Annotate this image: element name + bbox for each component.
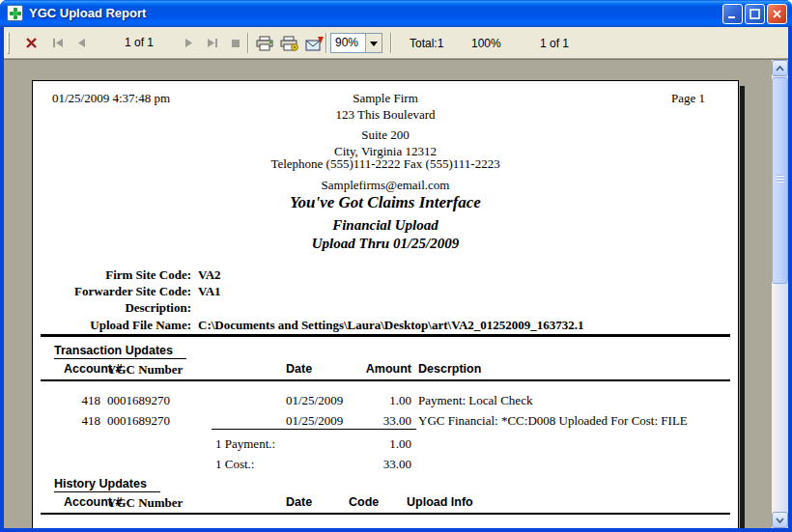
first-page-button[interactable] bbox=[46, 32, 70, 54]
toolbar-grip[interactable] bbox=[7, 32, 10, 54]
stop-icon bbox=[231, 39, 240, 48]
transaction-row-description: YGC Financial: *CC:D008 Uploaded For Cos… bbox=[418, 413, 688, 429]
history-header-date: Date bbox=[286, 495, 312, 509]
description-label: Description: bbox=[33, 300, 191, 316]
last-page-button[interactable] bbox=[201, 32, 224, 54]
forwarder-site-code-label: Forwarder Site Code: bbox=[33, 284, 191, 299]
transactions-summary-rule bbox=[212, 429, 416, 430]
upload-file-label: Upload File Name: bbox=[33, 318, 191, 333]
transactions-header-description: Descrption bbox=[418, 362, 481, 376]
transaction-row-ygc: 0001689270 bbox=[107, 393, 170, 408]
toolbar: 1 of 1 bbox=[4, 27, 788, 59]
report-subtitle: Financial Upload bbox=[33, 217, 738, 234]
summary-cost-label: 1 Cost.: bbox=[215, 457, 254, 472]
transactions-header-amount: Amount bbox=[313, 362, 411, 376]
report-window: YGC Upload Report 1 of 1 bbox=[0, 0, 792, 532]
total-pages-status: Total:1 bbox=[410, 37, 443, 50]
page-status: 1 of 1 bbox=[540, 37, 569, 50]
scroll-up-button[interactable] bbox=[772, 60, 788, 76]
transaction-row-ygc: 0001689270 bbox=[107, 413, 170, 429]
report-title: You've Got Claims Interface bbox=[33, 193, 738, 212]
firm-site-code-label: Firm Site Code: bbox=[33, 267, 191, 283]
window-title: YGC Upload Report bbox=[29, 0, 146, 27]
minimize-button[interactable] bbox=[722, 4, 743, 24]
summary-cost-value: 33.00 bbox=[313, 457, 411, 472]
printer-settings-icon bbox=[280, 36, 299, 51]
summary-payment-label: 1 Payment.: bbox=[215, 436, 275, 452]
firm-email: Samplefirms@email.com bbox=[33, 178, 738, 193]
scrollbar-grip bbox=[777, 175, 784, 183]
transaction-row-amount: 1.00 bbox=[313, 393, 411, 408]
last-page-icon bbox=[207, 38, 218, 48]
next-page-icon bbox=[184, 38, 195, 48]
print-button[interactable] bbox=[253, 32, 276, 54]
previous-page-icon bbox=[75, 38, 87, 48]
close-button[interactable] bbox=[767, 4, 787, 24]
next-page-button[interactable] bbox=[178, 32, 201, 54]
report-viewport: 01/25/2009 4:37:48 pm Page 1 Sample Firm… bbox=[4, 59, 788, 528]
stop-button[interactable] bbox=[224, 32, 247, 54]
red-x-icon bbox=[25, 37, 38, 49]
transactions-header-ygc: YGC Number bbox=[107, 362, 183, 378]
scroll-down-button[interactable] bbox=[772, 512, 788, 528]
transactions-section-title: Transaction Updates bbox=[54, 344, 186, 357]
maximize-button[interactable] bbox=[745, 4, 765, 24]
history-header-code: Code bbox=[349, 495, 379, 509]
history-row-info: Collection 1.00 bbox=[413, 526, 491, 528]
history-row-ygc: 0001689270 bbox=[107, 526, 170, 528]
transaction-row-description: Payment: Local Check bbox=[418, 393, 532, 408]
printer-icon bbox=[255, 36, 274, 51]
transactions-header-date: Date bbox=[286, 362, 312, 376]
scrollbar-thumb[interactable] bbox=[772, 77, 788, 284]
zoom-value: 90% bbox=[335, 36, 358, 49]
maximize-icon bbox=[750, 9, 760, 19]
zoom-combobox[interactable]: 90% bbox=[330, 33, 382, 53]
history-header-info: Upload Info bbox=[407, 495, 473, 509]
transaction-row-account: 418 bbox=[62, 393, 100, 408]
minimize-icon bbox=[727, 9, 738, 19]
zoom-status: 100% bbox=[471, 37, 501, 50]
previous-page-button[interactable] bbox=[70, 32, 93, 54]
chevron-down-icon bbox=[776, 518, 784, 523]
chevron-up-icon bbox=[776, 66, 784, 71]
toolbar-separator bbox=[247, 33, 249, 53]
summary-payment-value: 1.00 bbox=[313, 436, 411, 452]
history-row-code: *CC:A020 bbox=[349, 526, 403, 528]
toolbar-separator bbox=[325, 33, 327, 53]
export-mail-icon bbox=[305, 36, 325, 51]
app-icon[interactable] bbox=[7, 5, 23, 21]
transactions-section-title-text: Transaction Updates bbox=[54, 344, 186, 359]
close-icon bbox=[772, 9, 782, 19]
history-row-date: 01/25/2009 bbox=[286, 526, 343, 528]
history-section-title: History Updates bbox=[54, 477, 160, 490]
close-report-button[interactable] bbox=[19, 32, 42, 54]
history-row-account: 418 bbox=[62, 526, 100, 528]
transaction-row-account: 418 bbox=[62, 413, 100, 429]
transactions-header-rule bbox=[41, 379, 730, 381]
upload-file-value: C:\Documents and Settings\Laura\Desktop\… bbox=[198, 318, 584, 333]
toolbar-separator bbox=[390, 33, 392, 53]
history-section-title-text: History Updates bbox=[54, 477, 160, 492]
print-setup-button[interactable] bbox=[278, 32, 301, 54]
export-button[interactable] bbox=[303, 32, 326, 54]
firm-name: Sample Firm bbox=[33, 91, 738, 106]
history-header-ygc: YGC Number bbox=[107, 495, 183, 511]
zoom-dropdown-button[interactable] bbox=[365, 34, 382, 52]
firm-phone-fax: Telephone (555)111-2222 Fax (555)111-222… bbox=[33, 156, 738, 172]
titlebar: YGC Upload Report bbox=[0, 0, 792, 27]
first-page-icon bbox=[52, 38, 64, 48]
forwarder-site-code-value: VA1 bbox=[198, 284, 221, 299]
transaction-row-amount: 33.00 bbox=[313, 413, 411, 429]
page-shadow bbox=[740, 86, 745, 528]
double-rule bbox=[41, 334, 730, 337]
firm-address-line1: 123 This Boulevard bbox=[33, 107, 738, 123]
vertical-scrollbar[interactable] bbox=[772, 60, 788, 528]
report-page: 01/25/2009 4:37:48 pm Page 1 Sample Firm… bbox=[32, 80, 739, 528]
history-header-rule bbox=[41, 513, 730, 515]
firm-site-code-value: VA2 bbox=[198, 267, 221, 283]
page-nav-label: 1 of 1 bbox=[97, 32, 182, 53]
report-thru-date: Upload Thru 01/25/2009 bbox=[33, 236, 738, 252]
firm-address-line2: Suite 200 bbox=[33, 127, 738, 143]
